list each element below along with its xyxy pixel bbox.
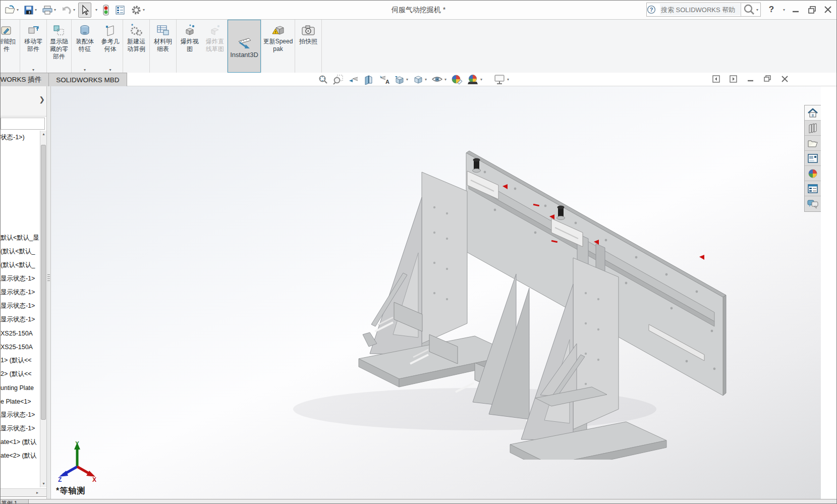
close-button[interactable]	[822, 4, 833, 15]
zoom-area-button[interactable]	[332, 74, 344, 85]
print-button[interactable]: ▾	[40, 3, 58, 18]
taskpane-view-palette-button[interactable]	[805, 151, 821, 166]
hide-show-items-button[interactable]: ▾	[431, 74, 447, 85]
tree-item[interactable]: 默认<默认_显	[1, 231, 40, 245]
open-dropdown-caret[interactable]: ▾	[17, 8, 19, 12]
reference-geometry-button[interactable]: 参考几何体 ▾	[98, 20, 123, 73]
options-button[interactable]: ▾	[129, 3, 147, 18]
undo-button[interactable]: ▾	[59, 3, 77, 18]
search-input[interactable]	[660, 4, 741, 15]
move-component-button[interactable]: 移动零部件 ▾	[20, 20, 46, 73]
print-icon	[42, 5, 53, 15]
expand-right-pane-button[interactable]	[728, 74, 738, 84]
collapse-left-pane-button[interactable]	[711, 74, 721, 84]
view-settings-caret[interactable]: ▾	[507, 77, 509, 82]
edit-appearance-button[interactable]	[451, 74, 463, 85]
search-scope-caret[interactable]: ▾	[756, 8, 758, 12]
hide-show-items-caret[interactable]: ▾	[444, 77, 447, 82]
taskpane-forum-button[interactable]	[805, 196, 821, 211]
save-dropdown-caret[interactable]: ▾	[35, 8, 37, 12]
tree-item[interactable]: 显示状态-1>	[1, 422, 40, 435]
display-style-button[interactable]: ▾	[412, 74, 427, 85]
taskpane-file-explorer-button[interactable]	[805, 136, 821, 151]
save-button[interactable]: ▾	[22, 3, 39, 18]
apply-scene-caret[interactable]: ▾	[480, 77, 482, 82]
select-dropdown-caret[interactable]: ▾	[95, 8, 97, 12]
panel-flyout-chevron-icon[interactable]: ❯	[39, 95, 45, 103]
tree-item[interactable]: ate<1> (默认	[1, 435, 40, 449]
scrollbar-thumb[interactable]	[41, 145, 46, 420]
open-button[interactable]: ▾	[3, 3, 21, 18]
view-settings-button[interactable]: ▾	[493, 74, 510, 85]
help-button[interactable]: ?	[766, 4, 777, 15]
restore-button[interactable]	[806, 4, 817, 15]
apply-scene-button[interactable]: ▾	[467, 74, 483, 85]
update-speedpak-button[interactable]: ! 更新Speedpak	[261, 20, 295, 73]
help-dropdown-caret[interactable]: ▾	[783, 8, 785, 12]
tree-item[interactable]: XS25-150A	[1, 340, 40, 354]
rebuild-button[interactable]	[100, 3, 111, 18]
tree-item[interactable]: ate<2> (默认	[1, 449, 40, 463]
view-orientation-caret[interactable]: ▾	[406, 77, 408, 82]
tree-item[interactable]: 显示状态-1>	[1, 286, 40, 299]
task-scheduler-button[interactable]	[113, 3, 128, 18]
taskpane-home-button[interactable]	[805, 105, 821, 121]
take-snapshot-button[interactable]: 拍快照	[295, 20, 321, 73]
feature-tree[interactable]: 状态-1>) 默认<默认_显 (默认<默认_ (默认<默认_ 显示状态-1> 显…	[1, 131, 40, 487]
section-view-button[interactable]	[363, 74, 374, 85]
tab-solidworks-addins[interactable]: SOLIDWORKS 插件	[0, 73, 49, 86]
doc-restore-button[interactable]	[762, 74, 772, 84]
move-component-icon	[27, 23, 40, 38]
axis-y-label: Y	[75, 440, 79, 446]
panel-splitter[interactable]	[46, 86, 51, 499]
exploded-view-button[interactable]: 爆炸视图	[177, 20, 203, 73]
tree-item[interactable]: 状态-1>)	[1, 131, 40, 144]
scroll-right-arrow-icon[interactable]: ▸	[36, 489, 38, 496]
bill-of-materials-button[interactable]: 材料明细表	[150, 20, 176, 73]
annotation-view-button[interactable]: A	[378, 74, 390, 85]
select-dropdown[interactable]: ▾	[92, 3, 99, 18]
motion-study-tab[interactable]: 算例 1	[1, 499, 29, 504]
tree-item[interactable]: 显示状态-1>	[1, 408, 40, 422]
tree-item[interactable]: XS25-150A	[1, 326, 40, 340]
doc-minimize-button[interactable]	[745, 74, 755, 84]
tree-item[interactable]: 显示状态-1>	[1, 299, 40, 313]
zoom-fit-button[interactable]	[317, 74, 329, 85]
feature-tree-filter-box[interactable]	[1, 118, 45, 130]
tree-vertical-scrollbar[interactable]: ▴ ▾	[40, 131, 46, 487]
print-dropdown-caret[interactable]: ▾	[54, 8, 56, 12]
graphics-viewport[interactable]: Y Z X *等轴测	[51, 86, 821, 499]
tree-item[interactable]: 1> (默认<<	[1, 354, 40, 367]
document-window-controls	[711, 74, 790, 84]
show-hidden-components-button[interactable]: 显示隐藏的零部件	[47, 20, 71, 73]
minimize-button[interactable]	[790, 4, 801, 15]
tree-horizontal-scrollbar[interactable]: ▸	[1, 488, 46, 496]
tree-item[interactable]: 显示状态-1>	[1, 313, 40, 326]
tree-item[interactable]: unting Plate	[1, 381, 40, 395]
view-orientation-button[interactable]: ▾	[394, 74, 409, 85]
doc-close-button[interactable]	[779, 74, 790, 84]
tab-solidworks-mbd[interactable]: SOLIDWORKS MBD	[48, 73, 127, 86]
new-motion-study-button[interactable]: * 新建运动算例	[123, 20, 149, 73]
tree-item[interactable]: (默认<默认_	[1, 258, 40, 272]
tree-item[interactable]: (默认<默认_	[1, 245, 40, 258]
display-style-caret[interactable]: ▾	[425, 77, 427, 82]
splitter-grip[interactable]	[47, 269, 50, 286]
previous-view-button[interactable]	[348, 74, 359, 85]
search-submit[interactable]: ▾	[741, 3, 760, 16]
taskpane-design-library-button[interactable]	[805, 121, 821, 136]
options-dropdown-caret[interactable]: ▾	[143, 8, 145, 12]
move-component-caret[interactable]: ▾	[32, 68, 34, 72]
assembly-features-caret[interactable]: ▾	[84, 68, 86, 72]
taskpane-appearances-button[interactable]	[805, 166, 821, 181]
smart-fasteners-button[interactable]: 智能扣件	[0, 20, 20, 73]
instant3d-button[interactable]: Instant3D	[228, 20, 261, 73]
tree-item[interactable]: 2> (默认<<	[1, 367, 40, 381]
reference-geometry-caret[interactable]: ▾	[109, 68, 111, 72]
tree-item[interactable]: e Plate<1>	[1, 395, 40, 408]
taskpane-custom-properties-button[interactable]	[805, 181, 821, 196]
tree-item[interactable]: 显示状态-1>	[1, 272, 40, 286]
assembly-model[interactable]	[192, 106, 798, 460]
assembly-features-button[interactable]: 装配体特征 ▾	[72, 20, 98, 73]
select-button[interactable]	[78, 3, 91, 18]
